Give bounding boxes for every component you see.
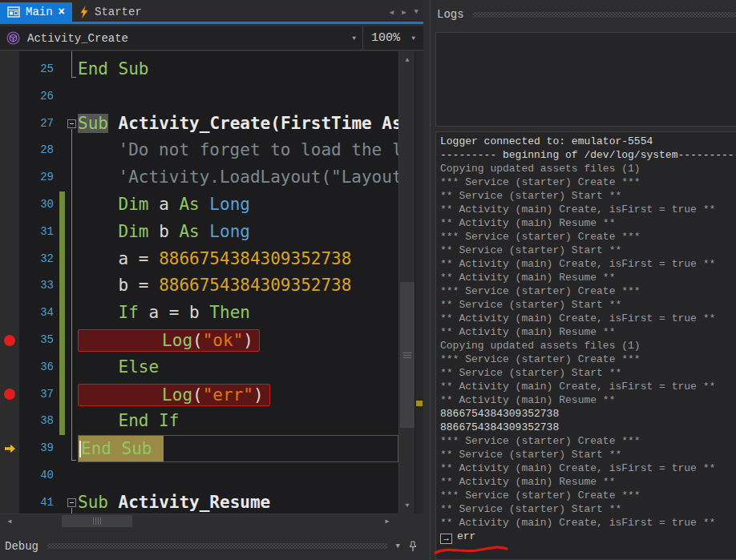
- tab-label: Main: [26, 6, 53, 18]
- scroll-right-icon[interactable]: ▶: [380, 515, 394, 527]
- fold-marker[interactable]: [67, 119, 76, 128]
- code-text: If a = b Then: [78, 300, 398, 327]
- log-output-area[interactable]: Logger connected to: emulator-5554------…: [435, 131, 736, 560]
- lightning-icon: [79, 6, 89, 18]
- scroll-up-icon[interactable]: ▲: [400, 53, 415, 66]
- debug-panel-title: Debug: [5, 540, 38, 553]
- breakpoint-dot[interactable]: [4, 389, 15, 400]
- breakpoint-margin-cell[interactable]: [0, 137, 19, 164]
- log-line: *** Service (starter) Create ***: [440, 353, 736, 366]
- breakpoint-margin-cell[interactable]: [0, 327, 19, 354]
- code-line-25: 25End Sub: [0, 56, 398, 83]
- module-icon: [6, 31, 20, 45]
- nav-forward-icon[interactable]: ▶: [402, 8, 406, 17]
- breakpoint-margin-cell[interactable]: [0, 354, 19, 381]
- log-line: ** Activity (main) Create, isFirst = tru…: [440, 312, 736, 325]
- horizontal-scrollbar-thumb[interactable]: [62, 515, 132, 527]
- code-text: [78, 83, 398, 111]
- fold-marker[interactable]: [67, 498, 76, 507]
- fold-gutter: [65, 83, 78, 111]
- code-line-28: 28'Do not forget to load the layout file…: [0, 137, 398, 164]
- line-number: 34: [19, 300, 59, 327]
- line-number: 31: [19, 219, 59, 246]
- zoom-level-dropdown[interactable]: 100% ▼: [363, 26, 423, 50]
- breakpoint-dot[interactable]: [4, 335, 15, 346]
- logs-panel-header[interactable]: Logs: [431, 0, 736, 29]
- log-line: *** Service (starter) Create ***: [440, 489, 736, 502]
- breakpoint-margin-cell[interactable]: [0, 83, 19, 111]
- current-statement-highlight: End Sub: [79, 436, 164, 462]
- editor-tab-bar: Main × Starter ◀ ▶ ▼: [0, 0, 423, 24]
- breakpoint-line-highlight: Log("err"): [78, 384, 270, 406]
- scroll-down-icon[interactable]: ▼: [400, 498, 415, 512]
- change-bar-gutter: [59, 164, 65, 191]
- nav-more-icon[interactable]: ▼: [415, 8, 419, 17]
- chevron-down-icon: ▼: [352, 34, 356, 42]
- breakpoint-margin-cell[interactable]: [0, 462, 19, 489]
- tab-close-icon[interactable]: ×: [59, 6, 65, 18]
- breakpoint-margin-cell[interactable]: [0, 300, 19, 327]
- log-line: 8866754384309352738: [440, 407, 736, 421]
- breakpoint-margin-cell[interactable]: [0, 191, 19, 219]
- logs-panel-title: Logs: [437, 8, 464, 21]
- scroll-left-icon[interactable]: ◀: [2, 515, 17, 527]
- current-line-marker[interactable]: [416, 401, 423, 406]
- line-number: 39: [19, 435, 59, 462]
- code-text: 'Do not forget to load the layout file h…: [78, 137, 398, 164]
- code-editor[interactable]: 25End Sub2627Sub Activity_Create(FirstTi…: [0, 51, 423, 514]
- log-line: ** Activity (main) Create, isFirst = tru…: [440, 203, 736, 216]
- code-line-30: 30Dim a As Long: [0, 191, 398, 219]
- chevron-down-icon: ▼: [411, 34, 415, 42]
- zoom-level-value: 100%: [371, 31, 405, 45]
- breakpoint-margin-cell[interactable]: [0, 381, 19, 409]
- code-text: Else: [78, 354, 398, 381]
- nav-back-icon[interactable]: ◀: [390, 8, 394, 17]
- breakpoint-margin-cell[interactable]: [0, 246, 19, 273]
- code-line-27: 27Sub Activity_Create(FirstTime As Boole…: [0, 111, 398, 138]
- panel-header-hatch: [473, 12, 736, 18]
- code-line-26: 26: [0, 83, 398, 111]
- changed-line-bar: [59, 191, 65, 219]
- scope-line-activity-resume: [71, 508, 72, 514]
- tab-starter[interactable]: Starter: [72, 2, 149, 22]
- code-text: End If: [78, 408, 398, 435]
- pin-icon[interactable]: [409, 541, 417, 552]
- scrollbar-annotation-strip: [415, 51, 423, 514]
- log-line: *** Service (starter) Create ***: [440, 230, 736, 244]
- breakpoint-margin-cell[interactable]: [0, 435, 19, 462]
- breakpoint-margin-cell[interactable]: [0, 272, 19, 300]
- code-text: Dim a As Long: [78, 191, 398, 219]
- breakpoint-margin-cell[interactable]: [0, 56, 19, 83]
- breakpoint-margin-cell[interactable]: [0, 219, 19, 246]
- log-line: ** Activity (main) Resume **: [440, 393, 736, 407]
- scrollbar-corner: [398, 514, 423, 528]
- code-text: b = 8866754384309352738: [78, 272, 398, 300]
- code-line-35: 35Log("ok"): [0, 327, 398, 354]
- log-line: ** Service (starter) Start **: [440, 298, 736, 312]
- line-number: 27: [19, 111, 59, 138]
- horizontal-scrollbar[interactable]: ◀ ▶: [0, 514, 398, 528]
- chevron-down-icon[interactable]: ▼: [396, 542, 400, 550]
- breakpoint-margin-cell[interactable]: [0, 164, 19, 191]
- code-line-37: 37Log("err"): [0, 381, 398, 409]
- sub-selector-dropdown[interactable]: Activity_Create ▼: [0, 26, 362, 50]
- changed-line-bar: [59, 272, 65, 300]
- breakpoint-margin-cell[interactable]: [0, 111, 19, 138]
- code-line-39: 39End Sub: [0, 435, 398, 462]
- log-line: ** Activity (main) Resume **: [440, 271, 736, 284]
- tab-main[interactable]: Main ×: [0, 2, 72, 22]
- vertical-scrollbar[interactable]: ▲ ▼: [398, 51, 415, 514]
- log-line: ** Activity (main) Resume **: [440, 475, 736, 489]
- debug-panel-header[interactable]: Debug ▼: [0, 532, 423, 560]
- changed-line-bar: [59, 408, 65, 435]
- panel-splitter[interactable]: [423, 0, 431, 560]
- code-text: End Sub: [78, 56, 398, 83]
- logs-filter-box[interactable]: [435, 32, 736, 127]
- code-line-36: 36Else: [0, 354, 398, 381]
- code-lines: 25End Sub2627Sub Activity_Create(FirstTi…: [0, 56, 398, 514]
- breakpoint-margin-cell[interactable]: [0, 489, 19, 514]
- breakpoint-margin-cell[interactable]: [0, 408, 19, 435]
- log-line: ** Service (starter) Start **: [440, 189, 736, 203]
- vertical-scrollbar-thumb[interactable]: [400, 282, 415, 428]
- log-line: ** Activity (main) Create, isFirst = tru…: [440, 380, 736, 393]
